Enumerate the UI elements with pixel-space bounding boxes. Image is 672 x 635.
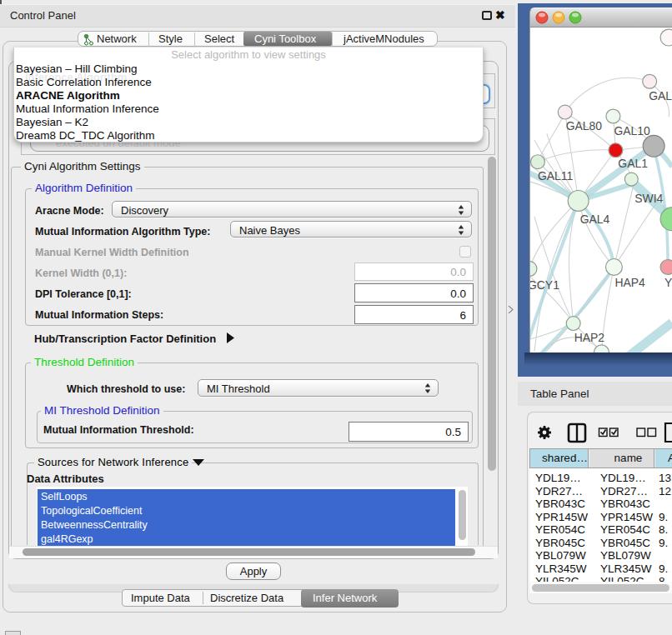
svg-text:GAL4: GAL4 [580, 212, 610, 226]
svg-text:GAL1: GAL1 [618, 157, 648, 170]
svg-text:GAL11: GAL11 [538, 169, 574, 182]
svg-text:HAP2: HAP2 [574, 331, 605, 344]
svg-text:GAL10: GAL10 [614, 124, 650, 138]
svg-text:GAL2: GAL2 [649, 89, 672, 102]
svg-text:HAP4: HAP4 [614, 276, 645, 289]
svg-text:SWI4: SWI4 [634, 192, 663, 205]
svg-text:GCY1: GCY1 [529, 278, 559, 292]
svg-text:GAL80: GAL80 [566, 119, 603, 132]
svg-text:Y: Y [664, 276, 672, 289]
